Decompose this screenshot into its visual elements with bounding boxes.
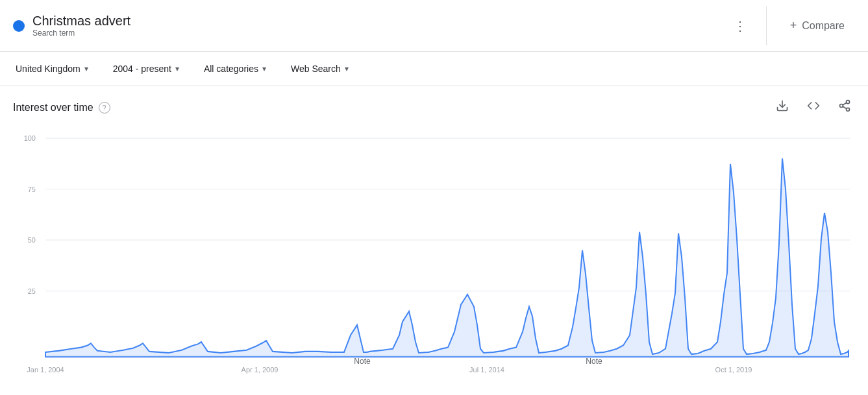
chart-svg: 100 75 50 25 Jan 1, 2004 Apr 1, 2009 Jul… [13,125,855,395]
help-icon[interactable]: ? [99,102,110,114]
share-button[interactable] [834,97,855,118]
chart-area [45,158,849,357]
search-term-section: Christmas advert Search term ⋮ [13,14,753,38]
svg-text:75: 75 [28,185,36,193]
svg-text:50: 50 [28,236,36,244]
search-term-title: Christmas advert [32,14,130,29]
search-type-filter-label: Web Search [291,64,341,74]
chart-title-group: Interest over time ? [13,102,110,114]
svg-text:Jul 1, 2014: Jul 1, 2014 [469,366,504,374]
search-term-info: Christmas advert Search term [32,14,130,38]
header: Christmas advert Search term ⋮ + Compare [0,0,868,52]
chart-header: Interest over time ? [13,97,855,118]
chart-title: Interest over time [13,102,93,114]
series-color-dot [13,20,25,32]
share-icon [838,99,851,112]
compare-plus-icon: + [790,19,797,32]
time-filter-label: 2004 - present [113,64,171,74]
svg-text:Oct 1, 2019: Oct 1, 2019 [715,366,752,374]
category-filter[interactable]: All categories ▾ [201,60,269,78]
category-filter-arrow: ▾ [262,64,266,73]
svg-line-5 [843,102,847,104]
embed-button[interactable] [803,97,824,118]
compare-button[interactable]: + Compare [780,14,855,38]
chart-section: Interest over time ? [0,86,868,395]
chart-container: 100 75 50 25 Jan 1, 2004 Apr 1, 2009 Jul… [13,125,855,395]
download-icon [776,99,789,112]
chart-actions [772,97,855,118]
svg-text:Jan 1, 2004: Jan 1, 2004 [27,366,64,374]
svg-text:25: 25 [28,287,36,295]
compare-label: Compare [802,20,845,32]
svg-line-4 [843,106,847,108]
svg-text:Note: Note [586,357,602,366]
embed-icon [807,99,820,112]
time-filter-arrow: ▾ [175,64,179,73]
search-type-filter-arrow: ▾ [345,64,349,73]
search-type-filter[interactable]: Web Search ▾ [288,60,351,78]
svg-text:Note: Note [354,357,370,366]
country-filter-label: United Kingdom [16,64,81,74]
country-filter-arrow: ▾ [84,64,88,73]
svg-text:Apr 1, 2009: Apr 1, 2009 [242,366,279,374]
category-filter-label: All categories [204,64,258,74]
time-filter[interactable]: 2004 - present ▾ [110,60,182,78]
filters-bar: United Kingdom ▾ 2004 - present ▾ All ca… [0,52,868,86]
svg-text:100: 100 [24,134,36,142]
download-button[interactable] [772,97,793,118]
country-filter[interactable]: United Kingdom ▾ [13,60,91,78]
more-options-button[interactable]: ⋮ [727,14,753,38]
search-term-subtitle: Search term [32,29,130,38]
header-divider [766,6,767,45]
